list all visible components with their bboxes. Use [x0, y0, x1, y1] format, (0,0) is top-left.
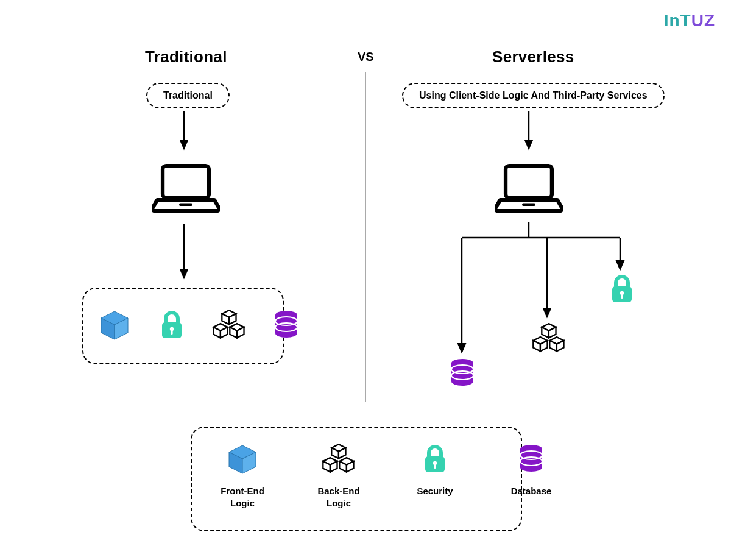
heading-traditional: Traditional [145, 48, 227, 66]
arrow-icon [182, 111, 186, 156]
brand-part2: UZ [691, 11, 715, 30]
lock-icon [155, 308, 189, 342]
database-icon [448, 358, 477, 391]
database-icon [514, 442, 548, 477]
arrow-icon [526, 111, 531, 156]
cube-icon [225, 442, 260, 477]
divider-line [366, 72, 366, 402]
legend-item-security: Security [406, 442, 464, 510]
brand-part1: InT [664, 11, 691, 30]
legend-label: Database [511, 485, 552, 497]
cubes-icon [322, 442, 356, 477]
legend-item-backend: Back-End Logic [309, 442, 368, 510]
pill-traditional: Traditional [146, 83, 230, 108]
heading-vs: VS [358, 50, 374, 64]
pill-serverless: Using Client-Side Logic And Third-Party … [402, 83, 665, 108]
laptop-icon [152, 160, 220, 218]
cubes-icon [532, 323, 566, 357]
legend-item-frontend: Front-End Logic [213, 442, 272, 510]
lock-icon [607, 274, 637, 307]
cubes-icon [212, 308, 246, 342]
legend-item-database: Database [502, 442, 560, 510]
legend-label: Security [417, 485, 453, 497]
heading-serverless: Serverless [492, 48, 574, 66]
cube-icon [97, 308, 132, 342]
traditional-icon-row [97, 308, 303, 342]
legend-row: Front-End Logic Back-End Logic Security … [213, 442, 560, 510]
arrow-icon [182, 224, 186, 285]
lock-icon [418, 442, 452, 477]
legend-label: Back-End Logic [309, 485, 368, 510]
brand-logo: InTUZ [664, 11, 715, 30]
laptop-icon [495, 160, 563, 218]
database-icon [269, 308, 303, 342]
legend-label: Front-End Logic [213, 485, 272, 510]
